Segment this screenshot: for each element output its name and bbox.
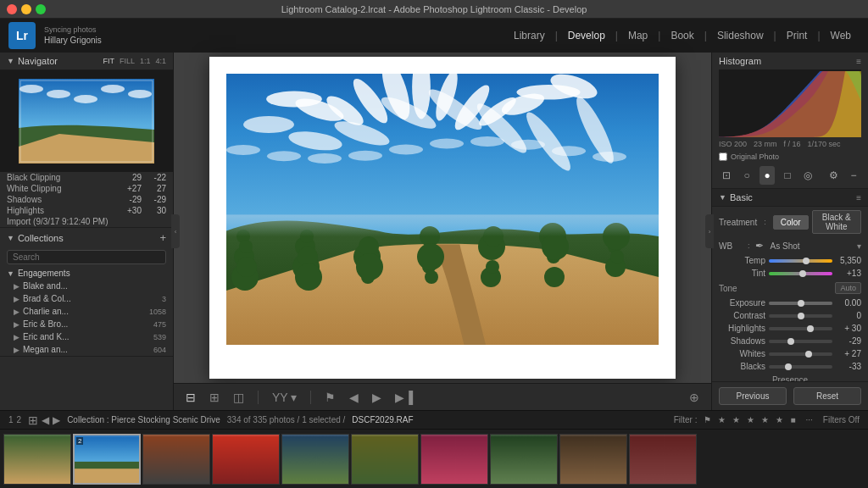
filmstrip-thumb-8[interactable] [559, 434, 627, 485]
fit-option-fill[interactable]: FILL [120, 57, 135, 65]
filter-flag[interactable]: ⚑ [704, 415, 711, 424]
filter-star-4[interactable]: ★ [761, 415, 769, 424]
blacks-slider[interactable] [769, 365, 832, 369]
filmstrip-thumb-1[interactable]: 2 [73, 434, 141, 485]
close-button[interactable] [7, 4, 17, 14]
tint-slider[interactable] [769, 272, 832, 275]
shadows-slider[interactable] [769, 340, 832, 343]
add-collection-button[interactable]: + [159, 231, 166, 244]
filmstrip-thumb-6[interactable] [420, 434, 488, 485]
navigator-preview[interactable] [0, 70, 173, 172]
filter-star-5[interactable]: ★ [776, 415, 783, 424]
contrast-thumb[interactable] [798, 313, 804, 319]
temp-slider[interactable] [769, 259, 832, 263]
nav-web[interactable]: Web [822, 26, 860, 45]
minimize-button[interactable] [21, 4, 31, 14]
collection-item-eric-bro[interactable]: ▶ Eric & Bro... 475 [0, 318, 173, 330]
next-photo-button[interactable]: ▶ [369, 389, 385, 406]
left-panel: ▼ Navigator FIT FILL 1:1 4:1 Black Clipp… [0, 53, 174, 410]
filmstrip-thumb-3[interactable] [212, 434, 280, 485]
photo-area[interactable] [174, 53, 711, 383]
collection-item-blake[interactable]: ▶ Blake and... [0, 280, 173, 292]
filmstrip-thumb-5[interactable] [351, 434, 419, 485]
traffic-lights[interactable] [7, 4, 46, 14]
right-panel-collapse[interactable]: › [705, 214, 714, 248]
whites-thumb[interactable] [805, 351, 812, 358]
exposure-slider[interactable] [769, 302, 832, 305]
grid-view-button[interactable]: ⊟ [182, 389, 199, 406]
radial-filter-tool[interactable]: ◎ [800, 166, 815, 185]
user-info: Syncing photos Hillary Grigonis [44, 25, 102, 47]
basic-section-header[interactable]: ▼ Basic ≡ [712, 189, 868, 207]
contrast-slider[interactable] [769, 314, 832, 318]
fit-option-1-1[interactable]: 1:1 [140, 57, 151, 65]
auto-button[interactable]: Auto [835, 282, 861, 294]
crop-tool[interactable]: ⊡ [719, 166, 734, 185]
blacks-thumb[interactable] [785, 363, 792, 370]
wb-dropdown[interactable]: ▾ [857, 241, 861, 251]
minus-icon[interactable]: − [846, 166, 861, 185]
original-photo-checkbox[interactable] [719, 152, 727, 161]
collections-search-input[interactable] [7, 250, 166, 264]
page-2-button[interactable]: 2 [17, 415, 22, 424]
nav-print[interactable]: Print [778, 26, 816, 45]
histogram-menu[interactable]: ≡ [856, 57, 861, 66]
fit-option-fit[interactable]: FIT [103, 57, 114, 65]
yy-button[interactable]: YY ▾ [269, 389, 300, 406]
play-button[interactable]: ▶▐ [392, 389, 416, 406]
filmstrip-thumb-0[interactable] [3, 434, 71, 485]
filter-star-3[interactable]: ★ [747, 415, 754, 424]
nav-slideshow[interactable]: Slideshow [709, 26, 772, 45]
collections-header[interactable]: ▼ Collections + [0, 228, 173, 247]
fit-option-4-1[interactable]: 4:1 [155, 57, 166, 65]
exposure-thumb[interactable] [798, 300, 804, 307]
flag-button[interactable]: ⚑ [321, 389, 339, 406]
eyedropper-tool[interactable]: ✒ [755, 240, 764, 252]
filmstrip-thumb-7[interactable] [490, 434, 558, 485]
collection-item-megan[interactable]: ▶ Megan an... 604 [0, 343, 173, 356]
end-button[interactable]: ⊕ [686, 389, 703, 406]
previous-button[interactable]: Previous [719, 387, 787, 405]
nav-book[interactable]: Book [662, 26, 702, 45]
basic-menu[interactable]: ≡ [856, 193, 861, 202]
nav-map[interactable]: Map [620, 26, 656, 45]
shadows-thumb[interactable] [787, 338, 794, 345]
collection-item-charlie[interactable]: ▶ Charlie an... 1058 [0, 305, 173, 318]
loupe-view-button[interactable]: ⊞ [206, 389, 223, 406]
grid-nav-button[interactable]: ⊞ [28, 413, 38, 427]
compare-view-button[interactable]: ◫ [230, 389, 248, 406]
filmstrip-thumb-2[interactable] [142, 434, 210, 485]
collection-item-brad[interactable]: ▶ Brad & Col... 3 [0, 292, 173, 305]
spot-removal-tool[interactable]: ○ [739, 166, 754, 185]
contrast-label: Contrast [719, 311, 765, 320]
bw-button[interactable]: Black & White [812, 210, 861, 234]
back-arrow[interactable]: ◀ [42, 414, 49, 426]
settings-icon[interactable]: ⚙ [826, 166, 841, 185]
collection-count: 475 [153, 320, 166, 329]
collections-triangle: ▼ [7, 234, 14, 242]
highlights-slider[interactable] [769, 327, 832, 330]
reset-button[interactable]: Reset [793, 387, 861, 405]
left-panel-collapse[interactable]: ‹ [171, 214, 180, 248]
collection-item-eric-k[interactable]: ▶ Eric and K... 539 [0, 330, 173, 343]
tint-thumb[interactable] [799, 270, 806, 277]
prev-photo-button[interactable]: ◀ [346, 389, 362, 406]
filter-color[interactable]: ■ [790, 415, 795, 424]
filmstrip-thumb-4[interactable] [281, 434, 349, 485]
forward-arrow[interactable]: ▶ [53, 414, 60, 426]
treatment-label: Treatment [719, 218, 757, 227]
color-button[interactable]: Color [773, 215, 809, 230]
graduated-filter-tool[interactable]: □ [780, 166, 795, 185]
nav-library[interactable]: Library [505, 26, 554, 45]
whites-slider[interactable] [769, 352, 832, 356]
filter-star-2[interactable]: ★ [732, 415, 740, 424]
filmstrip-thumb-9[interactable] [629, 434, 697, 485]
adjustment-brush-tool[interactable]: ● [760, 166, 775, 185]
maximize-button[interactable] [36, 4, 46, 14]
temp-thumb[interactable] [803, 258, 810, 264]
highlights-thumb[interactable] [807, 325, 814, 332]
nav-develop[interactable]: Develop [559, 26, 614, 45]
page-1-button[interactable]: 1 [8, 415, 14, 424]
engagements-group[interactable]: ▼ Engagements [0, 267, 173, 280]
filter-star-1[interactable]: ★ [718, 415, 726, 424]
